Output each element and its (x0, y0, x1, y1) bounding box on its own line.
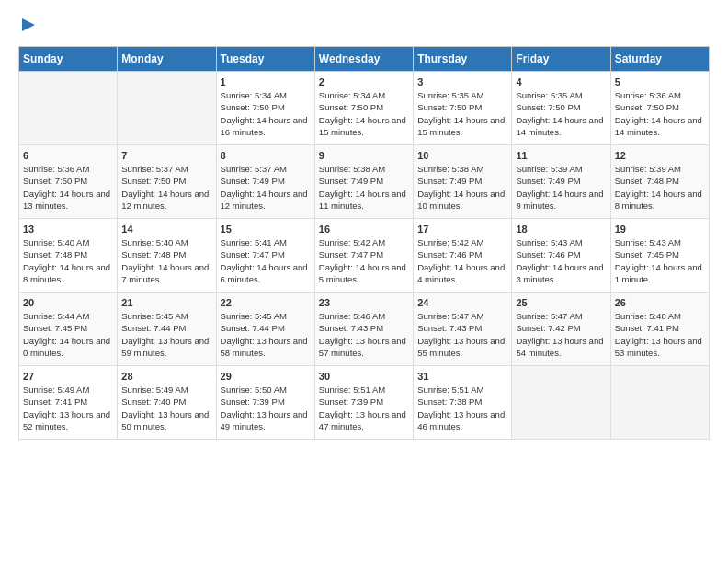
calendar-header: SundayMondayTuesdayWednesdayThursdayFrid… (19, 47, 710, 72)
day-number: 22 (221, 297, 311, 308)
day-content: Sunrise: 5:47 AM Sunset: 7:43 PM Dayligh… (417, 310, 507, 359)
calendar-cell: 11Sunrise: 5:39 AM Sunset: 7:49 PM Dayli… (512, 145, 610, 219)
calendar-table: SundayMondayTuesdayWednesdayThursdayFrid… (18, 46, 710, 440)
day-content: Sunrise: 5:35 AM Sunset: 7:50 PM Dayligh… (516, 89, 606, 138)
day-content: Sunrise: 5:35 AM Sunset: 7:50 PM Dayligh… (417, 89, 507, 138)
header-cell-thursday: Thursday (414, 47, 512, 72)
calendar-cell: 14Sunrise: 5:40 AM Sunset: 7:48 PM Dayli… (118, 219, 216, 293)
calendar-cell: 5Sunrise: 5:36 AM Sunset: 7:50 PM Daylig… (610, 72, 709, 145)
day-content: Sunrise: 5:42 AM Sunset: 7:47 PM Dayligh… (319, 236, 409, 285)
header-cell-saturday: Saturday (610, 47, 709, 72)
day-number: 7 (121, 150, 211, 161)
calendar-week-3: 13Sunrise: 5:40 AM Sunset: 7:48 PM Dayli… (19, 219, 710, 293)
day-number: 28 (121, 371, 211, 382)
day-number: 17 (417, 224, 507, 235)
calendar-cell: 16Sunrise: 5:42 AM Sunset: 7:47 PM Dayli… (314, 219, 413, 293)
day-content: Sunrise: 5:38 AM Sunset: 7:49 PM Dayligh… (417, 163, 507, 212)
day-number: 8 (221, 150, 311, 161)
day-number: 6 (23, 150, 113, 161)
calendar-cell: 24Sunrise: 5:47 AM Sunset: 7:43 PM Dayli… (414, 293, 512, 366)
calendar-week-2: 6Sunrise: 5:36 AM Sunset: 7:50 PM Daylig… (19, 145, 710, 219)
calendar-week-1: 1Sunrise: 5:34 AM Sunset: 7:50 PM Daylig… (19, 72, 710, 145)
day-number: 31 (417, 371, 507, 382)
day-number: 13 (23, 224, 113, 235)
day-number: 23 (319, 297, 409, 308)
calendar-cell (512, 366, 610, 440)
day-content: Sunrise: 5:37 AM Sunset: 7:50 PM Dayligh… (121, 163, 211, 212)
calendar-body: 1Sunrise: 5:34 AM Sunset: 7:50 PM Daylig… (19, 72, 710, 440)
day-number: 19 (615, 224, 705, 235)
calendar-cell: 18Sunrise: 5:43 AM Sunset: 7:46 PM Dayli… (512, 219, 610, 293)
day-number: 1 (221, 76, 311, 87)
day-number: 9 (319, 150, 409, 161)
day-number: 24 (417, 297, 507, 308)
day-number: 3 (417, 76, 507, 87)
day-content: Sunrise: 5:37 AM Sunset: 7:49 PM Dayligh… (221, 163, 311, 212)
day-number: 5 (615, 76, 705, 87)
calendar-cell: 10Sunrise: 5:38 AM Sunset: 7:49 PM Dayli… (414, 145, 512, 219)
calendar-cell: 29Sunrise: 5:50 AM Sunset: 7:39 PM Dayli… (216, 366, 314, 440)
day-content: Sunrise: 5:36 AM Sunset: 7:50 PM Dayligh… (615, 89, 705, 138)
logo (18, 15, 37, 35)
day-number: 10 (417, 150, 507, 161)
day-content: Sunrise: 5:49 AM Sunset: 7:40 PM Dayligh… (121, 384, 211, 432)
day-number: 18 (516, 224, 606, 235)
day-number: 14 (121, 224, 211, 235)
day-content: Sunrise: 5:36 AM Sunset: 7:50 PM Dayligh… (23, 163, 113, 212)
day-content: Sunrise: 5:41 AM Sunset: 7:47 PM Dayligh… (221, 236, 311, 285)
day-number: 26 (615, 297, 705, 308)
calendar-week-5: 27Sunrise: 5:49 AM Sunset: 7:41 PM Dayli… (19, 366, 710, 440)
header-cell-tuesday: Tuesday (216, 47, 314, 72)
logo-arrow-icon (20, 15, 37, 35)
day-content: Sunrise: 5:39 AM Sunset: 7:48 PM Dayligh… (615, 163, 705, 212)
svg-marker-0 (22, 18, 35, 31)
day-number: 11 (516, 150, 606, 161)
day-number: 2 (319, 76, 409, 87)
calendar-cell: 4Sunrise: 5:35 AM Sunset: 7:50 PM Daylig… (512, 72, 610, 145)
calendar-cell: 19Sunrise: 5:43 AM Sunset: 7:45 PM Dayli… (610, 219, 709, 293)
day-number: 15 (221, 224, 311, 235)
day-content: Sunrise: 5:42 AM Sunset: 7:46 PM Dayligh… (417, 236, 507, 285)
calendar-cell: 28Sunrise: 5:49 AM Sunset: 7:40 PM Dayli… (118, 366, 216, 440)
calendar-cell: 3Sunrise: 5:35 AM Sunset: 7:50 PM Daylig… (414, 72, 512, 145)
calendar-cell: 31Sunrise: 5:51 AM Sunset: 7:38 PM Dayli… (414, 366, 512, 440)
day-content: Sunrise: 5:34 AM Sunset: 7:50 PM Dayligh… (221, 89, 311, 138)
day-number: 25 (516, 297, 606, 308)
calendar-cell (610, 366, 709, 440)
calendar-cell: 7Sunrise: 5:37 AM Sunset: 7:50 PM Daylig… (118, 145, 216, 219)
calendar-cell: 9Sunrise: 5:38 AM Sunset: 7:49 PM Daylig… (314, 145, 413, 219)
calendar-cell: 12Sunrise: 5:39 AM Sunset: 7:48 PM Dayli… (610, 145, 709, 219)
calendar-cell: 1Sunrise: 5:34 AM Sunset: 7:50 PM Daylig… (216, 72, 314, 145)
calendar-cell: 30Sunrise: 5:51 AM Sunset: 7:39 PM Dayli… (314, 366, 413, 440)
day-number: 30 (319, 371, 409, 382)
calendar-cell: 23Sunrise: 5:46 AM Sunset: 7:43 PM Dayli… (314, 293, 413, 366)
day-content: Sunrise: 5:38 AM Sunset: 7:49 PM Dayligh… (319, 163, 409, 212)
day-content: Sunrise: 5:40 AM Sunset: 7:48 PM Dayligh… (121, 236, 211, 285)
day-number: 12 (615, 150, 705, 161)
day-content: Sunrise: 5:43 AM Sunset: 7:45 PM Dayligh… (615, 236, 705, 285)
calendar-cell: 26Sunrise: 5:48 AM Sunset: 7:41 PM Dayli… (610, 293, 709, 366)
calendar-week-4: 20Sunrise: 5:44 AM Sunset: 7:45 PM Dayli… (19, 293, 710, 366)
calendar-cell (19, 72, 118, 145)
day-content: Sunrise: 5:45 AM Sunset: 7:44 PM Dayligh… (221, 310, 311, 359)
day-number: 29 (221, 371, 311, 382)
day-content: Sunrise: 5:43 AM Sunset: 7:46 PM Dayligh… (516, 236, 606, 285)
day-content: Sunrise: 5:50 AM Sunset: 7:39 PM Dayligh… (221, 384, 311, 432)
header-cell-monday: Monday (118, 47, 216, 72)
calendar-cell: 21Sunrise: 5:45 AM Sunset: 7:44 PM Dayli… (118, 293, 216, 366)
header-row: SundayMondayTuesdayWednesdayThursdayFrid… (19, 47, 710, 72)
day-content: Sunrise: 5:51 AM Sunset: 7:39 PM Dayligh… (319, 384, 409, 432)
calendar-cell (118, 72, 216, 145)
calendar-cell: 20Sunrise: 5:44 AM Sunset: 7:45 PM Dayli… (19, 293, 118, 366)
page-header (18, 15, 710, 35)
header-cell-sunday: Sunday (19, 47, 118, 72)
day-content: Sunrise: 5:48 AM Sunset: 7:41 PM Dayligh… (615, 310, 705, 359)
calendar-cell: 6Sunrise: 5:36 AM Sunset: 7:50 PM Daylig… (19, 145, 118, 219)
day-number: 21 (121, 297, 211, 308)
header-cell-friday: Friday (512, 47, 610, 72)
day-number: 4 (516, 76, 606, 87)
day-number: 20 (23, 297, 113, 308)
header-cell-wednesday: Wednesday (314, 47, 413, 72)
calendar-cell: 17Sunrise: 5:42 AM Sunset: 7:46 PM Dayli… (414, 219, 512, 293)
day-content: Sunrise: 5:44 AM Sunset: 7:45 PM Dayligh… (23, 310, 113, 359)
